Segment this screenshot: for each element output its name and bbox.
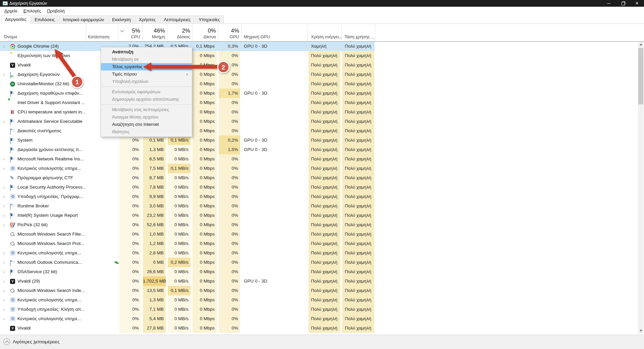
- tab-users[interactable]: Χρήστες: [135, 15, 159, 23]
- expand-chevron-icon[interactable]: ›: [3, 117, 8, 126]
- process-row[interactable]: Microsoft Windows Search Prot...0%1,2 MB…: [0, 239, 375, 248]
- task-manager-window: Διαχείριση Εργασιών Αρχείο Επιλογές Προβ…: [0, 0, 644, 349]
- menu-item-search-online[interactable]: Αναζήτηση στο Internet: [101, 121, 192, 128]
- process-name: Διακοπές συστήματος: [17, 126, 61, 136]
- power-trend-cell: Πολύ χαμηλή: [342, 154, 374, 164]
- process-row[interactable]: ›Υποδοχή υπηρεσίας: Κλήση απ...0%7,1 MB0…: [0, 305, 375, 314]
- expand-chevron-icon[interactable]: ›: [3, 258, 8, 267]
- process-row[interactable]: Microsoft Windows Search Filte...0%1,0 M…: [0, 230, 375, 239]
- fewer-details-button[interactable]: Λιγότερεςλεπτομέρειες: [3, 338, 59, 346]
- expand-chevron-icon[interactable]: ›: [3, 295, 8, 305]
- tab-services[interactable]: Υπηρεσίες: [195, 15, 223, 23]
- close-button[interactable]: [630, 0, 644, 7]
- process-row[interactable]: ›Κεντρικός υπολογιστής υπηρε...0%1,3 MB0…: [0, 295, 375, 305]
- header-name[interactable]: Όνομα: [4, 34, 17, 39]
- process-row[interactable]: ›Local Security Authority Process...0%7,…: [0, 183, 375, 192]
- expand-chevron-icon[interactable]: ›: [3, 211, 8, 220]
- tab-strip: Διεργασίες Επιδόσεις Ιστορικό εφαρμογών …: [0, 15, 644, 24]
- expand-chevron-icon[interactable]: ›: [3, 286, 8, 295]
- header-status[interactable]: Κατάσταση: [88, 34, 109, 39]
- menu-item-expand[interactable]: Ανάπτυξη: [101, 48, 192, 56]
- menu-file[interactable]: Αρχείο: [1, 7, 20, 15]
- menu-view[interactable]: Προβολή: [44, 7, 67, 15]
- cpu-cell: 0%: [119, 258, 141, 267]
- header-cpu[interactable]: 5% CPU: [118, 24, 142, 41]
- expand-chevron-icon[interactable]: ›: [3, 201, 8, 211]
- scroll-down-arrow[interactable]: [638, 328, 644, 334]
- gpu-engine-cell: [242, 305, 307, 314]
- expand-chevron-icon[interactable]: ›: [3, 164, 8, 173]
- power-trend-cell: Πολύ χαμηλή: [342, 79, 374, 89]
- expand-chevron-icon[interactable]: ›: [3, 248, 8, 258]
- header-gpu-engine[interactable]: Μηχανή GPU: [244, 34, 270, 39]
- scroll-up-arrow[interactable]: [638, 42, 644, 47]
- memory-cell: 6,5 MB: [143, 154, 166, 164]
- disk-cell: 0 MB/s: [168, 314, 191, 323]
- gpu-engine-cell: [242, 230, 307, 239]
- process-row[interactable]: ›Microsoft Outlook Communica...0%0 MB0,2…: [0, 258, 375, 267]
- header-power-usage[interactable]: Χρήση ενέργει...: [311, 34, 342, 39]
- process-row[interactable]: ›DSAService (32 bit)0%26,6 MB0 MB/s0 Mbp…: [0, 267, 375, 277]
- menu-item-end-task[interactable]: Τέλος εργασίας: [101, 63, 192, 70]
- expand-chevron-icon[interactable]: ›: [3, 314, 8, 323]
- process-row[interactable]: ›Υποδοχή υπηρεσίας: Πρόγραμ...0%9,9 MB0 …: [0, 192, 375, 201]
- power-trend-cell: Πολύ χαμηλή: [342, 267, 374, 277]
- disk-cell: 0 MB/s: [168, 211, 191, 220]
- header-gpu[interactable]: 4% GPU: [218, 24, 241, 41]
- menu-options[interactable]: Επιλογές: [20, 7, 44, 15]
- memory-cell: 9,9 MB: [143, 192, 166, 201]
- process-row[interactable]: ›Κεντρικός υπολογιστής υπηρε...0%5,4 MB0…: [0, 314, 375, 323]
- process-row[interactable]: ›Microsoft Windows Search Inde...0%13,5 …: [0, 286, 375, 295]
- tab-startup[interactable]: Εκκίνηση: [108, 15, 135, 23]
- cpu-cell: 0%: [119, 239, 141, 248]
- gpu-cell: 0%: [219, 201, 240, 211]
- power-usage-cell: Πολύ χαμηλή: [309, 117, 340, 126]
- expand-chevron-icon[interactable]: ›: [3, 220, 8, 230]
- header-network[interactable]: 0% Δίκτυο: [193, 24, 218, 41]
- expand-chevron-icon[interactable]: ›: [3, 70, 8, 79]
- gpu-engine-cell: [242, 211, 307, 220]
- process-row[interactable]: Διεργασία χρόνου εκτέλεσης π...0%1,3 MB0…: [0, 145, 375, 154]
- tab-processes[interactable]: Διεργασίες: [1, 15, 30, 24]
- header-memory[interactable]: 46% Μνήμη: [143, 24, 167, 41]
- process-row[interactable]: ›Runtime Broker0%3,0 MB0 MB/s0 Mbps0%Πολ…: [0, 201, 375, 211]
- power-usage-cell: Πολύ χαμηλή: [309, 314, 340, 323]
- gpu-engine-cell: GPU 0 - 3D: [242, 145, 307, 154]
- process-row[interactable]: ›Κεντρικός υπολογιστής υπηρε...0%2,8 MB0…: [0, 248, 375, 258]
- power-trend-cell: Πολύ χαμηλή: [342, 183, 374, 192]
- tab-details[interactable]: Λεπτομέρειες: [160, 15, 194, 23]
- expand-chevron-icon[interactable]: ›: [3, 42, 8, 51]
- expand-chevron-icon[interactable]: ›: [3, 183, 8, 192]
- expand-chevron-icon[interactable]: ›: [3, 267, 8, 277]
- expand-chevron-icon[interactable]: ›: [3, 277, 8, 286]
- network-cell: 0 Mbps: [193, 136, 217, 145]
- window-icon: [10, 91, 11, 97]
- power-usage-cell: Πολύ χαμηλή: [309, 277, 340, 286]
- expand-chevron-icon[interactable]: ›: [3, 192, 8, 201]
- process-row[interactable]: System0%0,1 MB0,1 MB/s0 Mbps0,2%GPU 0 - …: [0, 136, 375, 145]
- minimize-button[interactable]: [602, 0, 616, 7]
- window-icon: [10, 119, 11, 125]
- gpu-cell: 0%: [219, 211, 240, 220]
- power-usage-cell: Πολύ χαμηλή: [309, 145, 340, 154]
- power-usage-cell: Πολύ χαμηλή: [309, 89, 340, 98]
- process-row[interactable]: ›Microsoft Network Realtime Ins...0%6,5 …: [0, 154, 375, 164]
- process-row[interactable]: ›Intel(R) System Usage Report0%23,2 MB0 …: [0, 211, 375, 220]
- expand-chevron-icon[interactable]: ›: [3, 305, 8, 314]
- process-row[interactable]: ›PicPick (32 bit)0%52,6 MB0 MB/s0 Mbps0%…: [0, 220, 375, 230]
- tab-app-history[interactable]: Ιστορικό εφαρμογών: [59, 15, 108, 23]
- expand-chevron-icon[interactable]: ›: [3, 154, 8, 164]
- header-power-trend[interactable]: Τάση χρήσης ...: [344, 34, 375, 39]
- process-row[interactable]: ›Vivaldi (29)0%1.702,5 MB0 MB/s0 Mbps0%G…: [0, 277, 375, 286]
- process-row[interactable]: Vivaldi0%27,8 MB0 MB/s0 Mbps0%Πολύ χαμηλ…: [0, 323, 375, 333]
- power-trend-cell: Πολύ χαμηλή: [342, 314, 374, 323]
- menu-item-resource-values[interactable]: Τιμές πόρου ›: [101, 70, 192, 78]
- process-row[interactable]: ›Κεντρικός υπολογιστής υπηρε...0%7,5 MB0…: [0, 164, 375, 173]
- scrollbar-thumb[interactable]: [638, 48, 643, 104]
- vertical-scrollbar[interactable]: [638, 42, 644, 334]
- process-name: Κεντρικός υπολογιστής υπηρε...: [17, 295, 81, 305]
- header-disk[interactable]: 2% Δίσκος: [167, 24, 192, 41]
- tab-performance[interactable]: Επιδόσεις: [31, 15, 58, 23]
- restore-button[interactable]: [616, 0, 630, 7]
- process-row[interactable]: Πρόγραμμα φόρτωσης CTF0%8,7 MB0 MB/s0 Mb…: [0, 173, 375, 183]
